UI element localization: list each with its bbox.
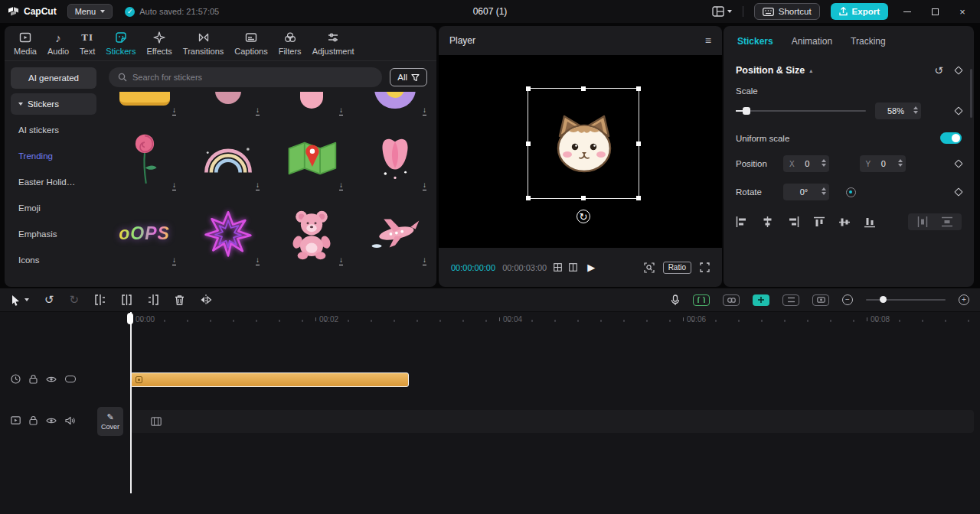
tab-effects[interactable]: Effects bbox=[146, 31, 172, 56]
video-track-icon[interactable] bbox=[11, 416, 21, 425]
tab-inspector-animation[interactable]: Animation bbox=[792, 36, 832, 47]
tab-media[interactable]: Media bbox=[14, 31, 37, 56]
sidebar-item-emphasis[interactable]: Emphasis bbox=[11, 223, 96, 245]
split-right-button[interactable] bbox=[148, 294, 159, 305]
fit-zoom-icon[interactable] bbox=[644, 262, 655, 273]
sidebar-item-trending[interactable]: Trending bbox=[11, 145, 96, 167]
playhead-handle[interactable] bbox=[127, 313, 133, 324]
download-icon[interactable]: ↓ bbox=[172, 106, 176, 115]
sticker-clip[interactable] bbox=[130, 372, 409, 387]
minimize-button[interactable] bbox=[899, 11, 916, 12]
tab-text[interactable]: TI Text bbox=[80, 31, 95, 56]
stepper-icon[interactable] bbox=[913, 106, 918, 115]
reset-icon[interactable]: ↺ bbox=[934, 64, 943, 76]
render-preview-toggle[interactable] bbox=[812, 294, 829, 306]
sticker-yellow-banner[interactable]: ↓ bbox=[109, 92, 180, 118]
sidebar-item-stickers[interactable]: Stickers bbox=[11, 93, 96, 115]
player-canvas[interactable]: ↻ bbox=[439, 55, 722, 248]
zoom-in-button[interactable]: + bbox=[959, 294, 969, 305]
cover-button[interactable]: ✎ Cover bbox=[97, 407, 123, 436]
compare-view-icon[interactable] bbox=[569, 263, 577, 272]
sticker-rose[interactable]: ↓ bbox=[109, 124, 180, 193]
timeline-ruler[interactable]: 00:00 00:02 00:04 00:06 00:08 bbox=[0, 312, 980, 329]
download-icon[interactable]: ↓ bbox=[256, 256, 260, 265]
download-icon[interactable]: ↓ bbox=[423, 106, 426, 115]
rotate-value-input[interactable]: 0° bbox=[783, 184, 829, 200]
zoom-out-button[interactable]: − bbox=[842, 294, 853, 305]
cat-sticker[interactable] bbox=[546, 110, 622, 177]
download-icon[interactable]: ↓ bbox=[172, 181, 176, 190]
download-icon[interactable]: ↓ bbox=[423, 256, 426, 265]
mirror-button[interactable] bbox=[200, 294, 212, 305]
maximize-button[interactable] bbox=[926, 8, 943, 15]
speaker-icon[interactable] bbox=[65, 416, 75, 425]
tab-stickers[interactable]: Stickers bbox=[106, 31, 136, 56]
selection-handle[interactable] bbox=[526, 142, 531, 146]
rotate-dial-icon[interactable] bbox=[846, 187, 856, 197]
sidebar-item-icons[interactable]: Icons bbox=[11, 249, 96, 271]
timeline-zoom-slider[interactable] bbox=[866, 299, 946, 301]
download-icon[interactable]: ↓ bbox=[423, 181, 426, 190]
playhead[interactable] bbox=[130, 312, 132, 493]
eye-icon[interactable] bbox=[46, 376, 57, 383]
tab-inspector-stickers[interactable]: Stickers bbox=[737, 36, 773, 47]
sidebar-item-easter-holiday[interactable]: Easter Holid… bbox=[11, 171, 96, 193]
clock-icon[interactable] bbox=[11, 374, 21, 384]
download-icon[interactable]: ↓ bbox=[256, 106, 260, 115]
sticker-map-location[interactable]: ↓ bbox=[276, 124, 347, 193]
grid-view-icon[interactable] bbox=[554, 263, 562, 272]
selection-handle[interactable] bbox=[636, 142, 641, 146]
sticker-selection-box[interactable] bbox=[528, 88, 639, 199]
download-icon[interactable]: ↓ bbox=[339, 256, 343, 265]
sidebar-item-emoji[interactable]: Emoji bbox=[11, 197, 96, 219]
search-input[interactable] bbox=[132, 73, 373, 82]
align-middle-vertical-icon[interactable] bbox=[839, 216, 850, 228]
keyframe-diamond-icon[interactable] bbox=[954, 106, 962, 115]
redo-button[interactable]: ↻ bbox=[70, 293, 80, 307]
player-menu-icon[interactable]: ≡ bbox=[705, 34, 711, 47]
download-icon[interactable]: ↓ bbox=[256, 181, 260, 190]
tab-transitions[interactable]: Transitions bbox=[183, 31, 224, 56]
zoom-slider-knob[interactable] bbox=[880, 296, 887, 303]
selection-handle[interactable] bbox=[581, 196, 586, 200]
selection-handle[interactable] bbox=[636, 86, 641, 91]
sticker-tulip[interactable]: ↓ bbox=[359, 124, 430, 193]
split-button[interactable] bbox=[121, 294, 132, 305]
stepper-icon[interactable] bbox=[822, 187, 826, 196]
keyframe-diamond-icon[interactable] bbox=[954, 159, 962, 168]
sticker-neon-starburst[interactable]: ↓ bbox=[192, 199, 263, 268]
download-icon[interactable]: ↓ bbox=[339, 106, 343, 115]
stepper-icon[interactable] bbox=[822, 159, 826, 168]
align-center-horizontal-icon[interactable] bbox=[762, 216, 773, 227]
selection-handle[interactable] bbox=[526, 86, 531, 91]
position-y-input[interactable]: Y 0 bbox=[860, 155, 906, 172]
main-video-track[interactable] bbox=[130, 410, 974, 433]
split-left-button[interactable] bbox=[94, 294, 106, 305]
stepper-icon[interactable] bbox=[898, 159, 903, 168]
selection-handle[interactable] bbox=[636, 196, 641, 200]
chevron-down-icon[interactable] bbox=[24, 298, 29, 301]
snap-toggle[interactable] bbox=[753, 294, 769, 306]
select-tool-icon[interactable] bbox=[11, 294, 21, 306]
tab-adjustment[interactable]: Adjustment bbox=[312, 31, 354, 56]
undo-button[interactable]: ↺ bbox=[44, 293, 54, 307]
distribute-horizontal-icon[interactable] bbox=[917, 216, 928, 227]
export-button[interactable]: Export bbox=[831, 3, 888, 20]
tab-captions[interactable]: Captions bbox=[234, 31, 267, 56]
sticker-airplane[interactable]: ↓ bbox=[359, 199, 430, 268]
download-icon[interactable]: ↓ bbox=[172, 256, 176, 265]
tab-inspector-tracking[interactable]: Tracking bbox=[851, 36, 886, 47]
position-x-input[interactable]: X 0 bbox=[783, 155, 829, 172]
sidebar-item-ai-stickers[interactable]: AI stickers bbox=[11, 119, 96, 141]
sticker-rainbow[interactable]: ↓ bbox=[192, 124, 263, 193]
scale-slider-knob[interactable] bbox=[743, 107, 750, 115]
selection-handle[interactable] bbox=[581, 86, 586, 91]
align-top-icon[interactable] bbox=[814, 216, 825, 228]
align-bottom-icon[interactable] bbox=[864, 216, 875, 228]
distribute-vertical-icon[interactable] bbox=[942, 216, 952, 227]
layout-switch-button[interactable] bbox=[712, 6, 732, 17]
sticker-pink-petals[interactable]: ↓ bbox=[192, 92, 263, 118]
sticker-purple-shell[interactable]: ↓ bbox=[359, 92, 430, 118]
sticker-teddy-bear[interactable]: ↓ bbox=[276, 199, 347, 268]
collapse-caret-icon[interactable]: ▴ bbox=[809, 67, 812, 74]
